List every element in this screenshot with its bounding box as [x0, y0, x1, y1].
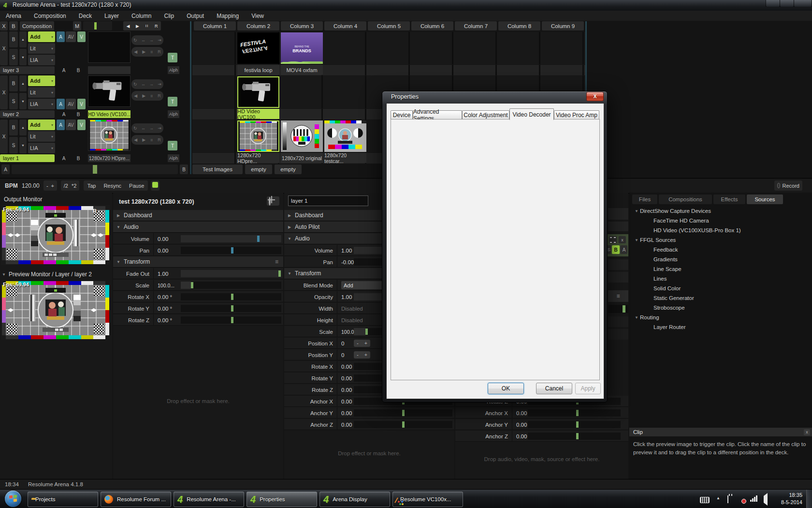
cancel-button[interactable]: Cancel — [536, 383, 572, 394]
layer-3-video-button[interactable]: V — [77, 31, 86, 42]
row-value[interactable]: 0.00 ° — [158, 291, 172, 302]
layer-3-name[interactable]: layer 3 — [0, 66, 55, 74]
volume-slider[interactable] — [181, 235, 281, 242]
deck-tab-empty-2[interactable]: empty — [275, 164, 302, 174]
row-value[interactable]: 0 — [341, 338, 344, 349]
record-button[interactable]: Record — [774, 180, 802, 191]
column-header-2[interactable]: Column 2 — [237, 21, 279, 30]
row-value[interactable]: 0.00 — [341, 396, 352, 407]
layer-3-lia-dropdown[interactable]: LIA▾ — [28, 55, 55, 65]
transport-pause-icon[interactable]: II — [145, 24, 148, 28]
pause-icon[interactable]: II — [151, 138, 153, 142]
row-value[interactable]: 1.00 — [341, 291, 352, 302]
layer-2-av-button[interactable]: AV — [66, 99, 76, 109]
tree-group-routing[interactable]: ▼Routing — [629, 313, 812, 322]
tree-group-directshow[interactable]: ▼DirectShow Capture Devices — [629, 206, 812, 216]
tree-item-layerrouter[interactable]: Layer Router — [629, 322, 812, 332]
clip-close-button[interactable]: x — [619, 236, 626, 243]
row-value[interactable]: 0.00 — [341, 419, 352, 430]
menu-deck[interactable]: Deck — [79, 13, 92, 19]
tree-group-ffgl[interactable]: ▼FFGL Sources — [629, 235, 812, 245]
clip-1280x720-original-thumb[interactable] — [281, 120, 323, 152]
bpm-plus-button[interactable]: + — [51, 183, 54, 189]
column-header-3[interactable]: Column 3 — [281, 21, 323, 30]
pan-slider[interactable] — [181, 247, 281, 254]
pause-icon[interactable]: II — [151, 50, 153, 54]
layer-1-solo-button[interactable]: S — [9, 137, 18, 153]
tab-compositions[interactable]: Compositions — [659, 194, 712, 204]
layer-1-x-button[interactable]: X — [0, 120, 8, 153]
dialog-close-button[interactable]: X — [586, 92, 604, 101]
prev-icon[interactable]: ◀ — [134, 137, 137, 142]
layer-1-name[interactable]: layer 1 — [0, 154, 55, 162]
layer-2-t-button[interactable]: T — [168, 97, 177, 106]
layer-2-video-button[interactable]: V — [77, 99, 86, 109]
resync-icon[interactable]: R — [158, 137, 161, 142]
anchory-slider[interactable] — [354, 409, 452, 417]
slider-handle[interactable] — [402, 421, 405, 428]
layer-2-bypass-button[interactable]: B — [9, 75, 18, 91]
column-header-5[interactable]: Column 5 — [368, 21, 410, 30]
rotatey-slider[interactable] — [181, 305, 281, 312]
row-value[interactable]: 1.00 — [158, 268, 168, 279]
layer-3-up-button[interactable]: ▲ — [19, 31, 27, 47]
tree-item-feedback[interactable]: Feedback — [629, 245, 812, 254]
clip-hd-video-label[interactable]: HD Video (VC100... — [237, 109, 279, 119]
row-value[interactable]: 0.00 — [158, 245, 168, 256]
play-once-icon[interactable]: ⇥ — [158, 82, 161, 87]
column-header-7[interactable]: Column 7 — [455, 21, 497, 30]
menu-clip[interactable]: Clip — [164, 13, 174, 19]
composition-gear-button[interactable] — [267, 196, 279, 206]
row-value[interactable]: 0 — [341, 349, 344, 360]
column-header-6[interactable]: Column 6 — [411, 21, 453, 30]
slider-handle[interactable] — [278, 270, 281, 277]
layer-3-b-label[interactable]: B — [74, 66, 82, 74]
layer-name-input[interactable]: layer 1 — [288, 195, 368, 206]
fullscreen-button[interactable] — [609, 236, 617, 243]
clip-1280x720-testcard-thumb[interactable] — [324, 120, 366, 152]
layer-1-lit-dropdown[interactable]: Lit▾ — [28, 131, 55, 142]
menu-composition[interactable]: Composition — [34, 13, 66, 19]
resync-icon[interactable]: R — [158, 93, 161, 98]
layer-1-blend-dropdown[interactable]: Add▾ — [28, 120, 55, 130]
menu-view[interactable]: View — [251, 13, 264, 19]
transport-resync-icon[interactable]: R — [155, 24, 158, 29]
power-tray-icon[interactable] — [727, 495, 728, 503]
layer-2-a-label[interactable]: A — [60, 110, 68, 118]
crossfader-track[interactable] — [12, 164, 178, 174]
layer-3-x-button[interactable]: X — [0, 31, 8, 65]
bounce-icon[interactable]: ↔ — [141, 126, 145, 131]
volume-icon[interactable] — [764, 493, 768, 506]
layer-1-a-label[interactable]: A — [60, 154, 68, 162]
bpm-half-button[interactable]: /2 — [64, 183, 68, 189]
play-once-icon[interactable]: ⇥ — [158, 126, 161, 131]
slider-handle[interactable] — [576, 421, 579, 428]
layer-2-preview[interactable] — [88, 75, 130, 107]
clip-b-button[interactable]: B — [612, 245, 620, 254]
tree-item-staticgenerator[interactable]: Static Generator — [629, 293, 812, 303]
hamburger-icon[interactable]: ≡ — [275, 258, 278, 265]
column-header-9[interactable]: Column 9 — [542, 21, 584, 30]
layer-1-bypass-button[interactable]: B — [9, 120, 18, 135]
column-header-4[interactable]: Column 4 — [324, 21, 366, 30]
layer-1-av-button[interactable]: AV — [66, 120, 76, 130]
layer-2-solo-button[interactable]: S — [9, 93, 18, 109]
deck-tab-test-images[interactable]: Test Images — [192, 164, 243, 174]
clip-info-close-button[interactable]: x — [804, 429, 810, 435]
clip-hd-video-thumb[interactable] — [237, 76, 279, 108]
prev-icon[interactable]: ◀ — [134, 93, 137, 98]
taskbar-arena-display[interactable]: 4Arena Display — [319, 492, 390, 507]
layer-1-down-button[interactable]: ▼ — [19, 137, 27, 153]
taskbar-projects[interactable]: Projects — [28, 492, 98, 507]
slider-handle[interactable] — [231, 317, 233, 323]
composition-label[interactable]: Composition — [20, 21, 54, 30]
slider-handle[interactable] — [257, 236, 260, 242]
layer-3-alpha-label[interactable]: Alph — [168, 66, 179, 74]
layer-2-up-button[interactable]: ▲ — [19, 75, 27, 91]
tap-button[interactable]: Tap — [87, 183, 96, 189]
ok-button[interactable]: OK — [488, 383, 524, 394]
menu-column[interactable]: Column — [131, 13, 151, 19]
layer-3-t-button[interactable]: T — [168, 53, 177, 62]
row-value[interactable]: -0.00 — [341, 256, 354, 268]
transport-prev-icon[interactable]: ◀ — [126, 24, 130, 29]
